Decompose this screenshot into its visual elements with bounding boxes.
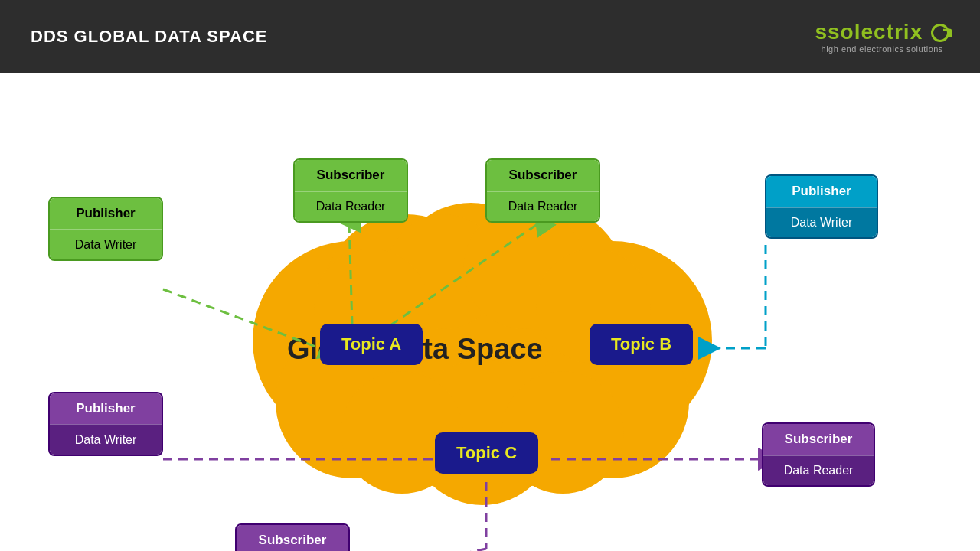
logo-main: solectri	[828, 20, 910, 44]
topic-c: Topic C	[435, 432, 538, 474]
purple-sub-bc-label: Subscriber	[237, 525, 348, 551]
logo-text: ssolectrix	[815, 20, 949, 44]
blue-pub-tr-sub: Data Writer	[766, 207, 877, 237]
purple-publisher-mid-left: Publisher Data Writer	[48, 392, 163, 456]
green-publisher-top-left-label: Publisher	[50, 198, 162, 229]
topic-a: Topic A	[320, 324, 423, 365]
blue-pub-tr-label: Publisher	[766, 176, 877, 207]
canvas: Global Data Space Topic A Topic B Topic …	[0, 73, 980, 551]
logo: ssolectrix high end electronics solution…	[815, 20, 949, 54]
purple-pub-ml-label: Publisher	[50, 393, 162, 424]
header-title: DDS GLOBAL DATA SPACE	[31, 27, 267, 47]
green-sub-tcl-sub: Data Reader	[295, 191, 407, 221]
topic-b: Topic B	[590, 324, 693, 365]
logo-s: s	[815, 20, 828, 44]
purple-subscriber-bottom-center: Subscriber Data Reader	[235, 523, 350, 551]
purple-sub-mr-label: Subscriber	[763, 424, 874, 455]
blue-publisher-top-right: Publisher Data Writer	[765, 174, 878, 239]
green-publisher-top-left: Publisher Data Writer	[48, 197, 163, 261]
green-publisher-top-left-sub: Data Writer	[50, 229, 162, 259]
logo-ring	[931, 24, 949, 42]
header: DDS GLOBAL DATA SPACE ssolectrix high en…	[0, 0, 980, 73]
logo-subtitle: high end electronics solutions	[822, 44, 943, 54]
purple-subscriber-mid-right: Subscriber Data Reader	[762, 422, 875, 487]
green-sub-tcl-label: Subscriber	[295, 160, 407, 191]
green-sub-tcr-label: Subscriber	[487, 160, 599, 191]
purple-sub-mr-sub: Data Reader	[763, 455, 874, 485]
green-subscriber-top-center-right: Subscriber Data Reader	[485, 158, 600, 223]
green-subscriber-top-center-left: Subscriber Data Reader	[293, 158, 408, 223]
logo-x-char: x	[910, 20, 923, 44]
green-sub-tcr-sub: Data Reader	[487, 191, 599, 221]
purple-pub-ml-sub: Data Writer	[50, 424, 162, 455]
